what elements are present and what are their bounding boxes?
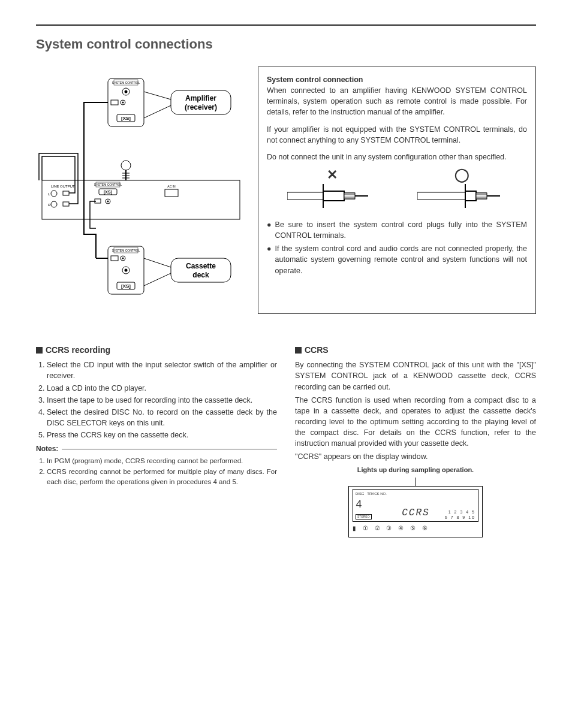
- svg-rect-28: [165, 189, 178, 197]
- pointer-line-icon: [416, 478, 416, 486]
- notes-rule-line: [62, 449, 277, 449]
- ccrs-p3: "CCRS" appears on the display window.: [295, 451, 536, 462]
- lower-section: CCRS recording Select the CD input with …: [36, 344, 536, 537]
- svg-rect-20: [63, 202, 69, 206]
- svg-text:[XS]: [XS]: [121, 283, 131, 289]
- svg-point-26: [107, 201, 109, 203]
- upper-section: SYSTEM CONTROL [XS] Amplifier (receiver)…: [36, 67, 536, 314]
- info-p2: If your amplifier is not equipped with t…: [267, 124, 527, 146]
- info-bullet-1: ●Be sure to insert the system control co…: [267, 219, 527, 241]
- step-4: Select the desired DISC No. to record on…: [47, 407, 277, 428]
- ccrs-p2: The CCRS function is used when recording…: [295, 395, 536, 449]
- ccrs-col: CCRS By connecting the SYSTEM CONTROL ja…: [295, 344, 536, 537]
- svg-point-6: [122, 102, 124, 104]
- info-heading: System control connection: [267, 75, 363, 84]
- ccrs-heading: CCRS: [305, 345, 329, 355]
- svg-line-12: [144, 105, 171, 118]
- note-1: In PGM (program) mode, CCRS recording ca…: [47, 456, 277, 466]
- display-window: DISC TRACK NO. 4 STEREO CCRS 1 2 3 4 5 6…: [348, 486, 483, 537]
- plug-partial-icon: [287, 184, 377, 208]
- disc-label: DISC: [356, 492, 364, 496]
- tracks-row-1: 1 2 3 4 5: [445, 510, 475, 515]
- svg-rect-38: [111, 256, 118, 261]
- display-caption: Lights up during sampling operation.: [295, 466, 536, 475]
- svg-rect-56: [465, 191, 476, 201]
- disc-indicator-row: ▮ ① ② ③ ④ ⑤ ⑥: [353, 524, 478, 533]
- cassette-label-2: deck: [192, 271, 209, 279]
- svg-point-30: [121, 161, 131, 170]
- amp-label-1: Amplifier: [185, 94, 216, 102]
- svg-text:[XS]: [XS]: [121, 116, 131, 121]
- cassette-label-1: Cassette: [186, 262, 216, 270]
- svg-text:[XS]: [XS]: [104, 190, 112, 195]
- svg-rect-50: [287, 192, 323, 200]
- step-1: Select the CD input with the input selec…: [47, 360, 277, 381]
- note-2: CCRS recording cannot be performed for m…: [47, 467, 277, 487]
- notes-list: In PGM (program) mode, CCRS recording ca…: [36, 456, 277, 487]
- svg-text:AC IN: AC IN: [167, 185, 176, 188]
- stereo-badge: STEREO: [356, 514, 372, 519]
- plug-illustration: ✕ ◯: [267, 168, 527, 211]
- square-bullet-icon: [36, 347, 43, 354]
- page-title: System control connections: [36, 37, 536, 52]
- o-mark-icon: ◯: [417, 168, 507, 182]
- svg-rect-19: [63, 191, 69, 195]
- x-mark-icon: ✕: [287, 168, 377, 182]
- step-2: Load a CD into the CD player.: [47, 383, 277, 394]
- svg-line-11: [144, 92, 171, 99]
- info-box: System control connection When connected…: [258, 67, 536, 314]
- ccrs-rec-heading: CCRS recording: [46, 345, 110, 355]
- diagram-svg: SYSTEM CONTROL [XS] Amplifier (receiver)…: [36, 73, 246, 312]
- plug-full-icon: [417, 184, 507, 208]
- svg-rect-57: [476, 193, 487, 199]
- amp-label-2: (receiver): [185, 103, 217, 111]
- ccrs-recording-col: CCRS recording Select the CD input with …: [36, 344, 277, 537]
- tracks-row-2: 6 7 8 9 10: [445, 515, 475, 520]
- ccrs-segment-text: CCRS: [402, 506, 429, 520]
- ccrs-p1: By connecting the SYSTEM CONTROL jack of…: [295, 360, 536, 392]
- svg-line-47: [144, 258, 171, 267]
- svg-text:SYSTEM CONTROL: SYSTEM CONTROL: [94, 183, 122, 186]
- info-p1: When connected to an amplifier having KE…: [267, 86, 527, 116]
- svg-rect-52: [344, 193, 355, 199]
- svg-rect-55: [417, 192, 465, 200]
- svg-rect-4: [111, 100, 118, 105]
- connection-diagram: SYSTEM CONTROL [XS] Amplifier (receiver)…: [36, 67, 246, 314]
- step-3: Insert the tape to be used for recording…: [47, 395, 277, 406]
- square-bullet-icon: [295, 347, 302, 354]
- svg-text:SYSTEM CONTROL: SYSTEM CONTROL: [112, 249, 140, 252]
- svg-rect-51: [323, 191, 344, 201]
- disc-number: 4: [356, 497, 387, 512]
- step-5: Press the CCRS key on the cassette deck.: [47, 430, 277, 440]
- sysctrl-label: SYSTEM CONTROL: [112, 81, 140, 84]
- top-rule: [36, 24, 536, 26]
- info-bullet-2: ●If the system control cord and audio co…: [267, 243, 527, 276]
- svg-point-40: [122, 258, 124, 259]
- track-label: TRACK NO.: [367, 492, 387, 496]
- svg-text:LINE OUTPUT: LINE OUTPUT: [51, 185, 75, 188]
- svg-text:R: R: [48, 203, 51, 207]
- notes-label: Notes:: [36, 444, 58, 454]
- info-p3: Do not connect the unit in any system co…: [267, 152, 527, 162]
- svg-point-43: [125, 269, 128, 272]
- svg-line-48: [144, 273, 171, 286]
- ccrs-rec-steps: Select the CD input with the input selec…: [36, 360, 277, 440]
- svg-point-3: [125, 90, 128, 93]
